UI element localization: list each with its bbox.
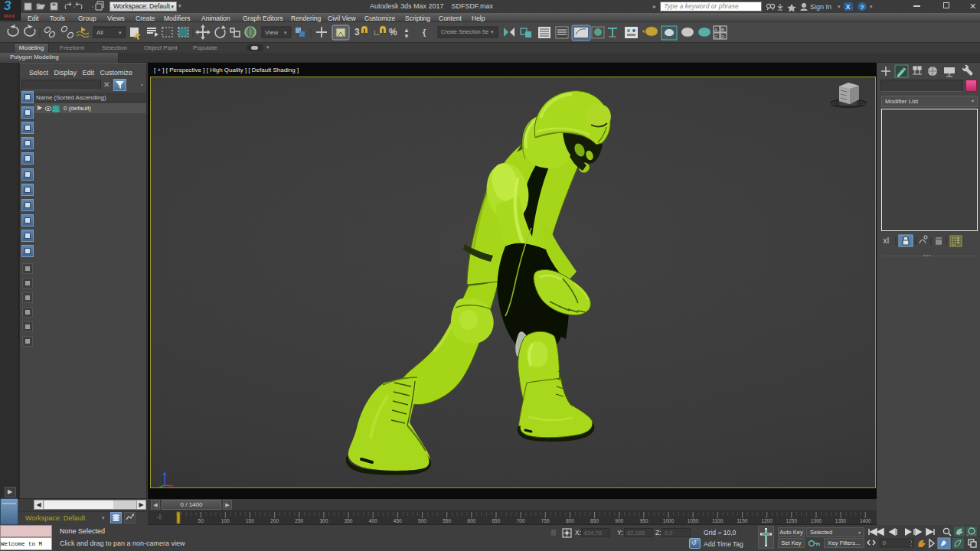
svg-text:1200: 1200 xyxy=(761,518,773,523)
svg-text:B: B xyxy=(721,28,724,32)
svg-text:1150: 1150 xyxy=(737,518,747,523)
svg-text:0: 0 xyxy=(883,540,886,546)
svg-text:650: 650 xyxy=(492,518,500,523)
svg-text:950: 950 xyxy=(639,518,648,523)
svg-text:750: 750 xyxy=(541,518,550,523)
svg-text:850: 850 xyxy=(590,518,599,523)
svg-text:A: A xyxy=(714,28,717,32)
svg-text:700: 700 xyxy=(517,518,525,523)
svg-text:3: 3 xyxy=(354,27,360,37)
svg-text:600: 600 xyxy=(467,518,475,523)
svg-text:1000: 1000 xyxy=(663,518,675,523)
svg-text:1050: 1050 xyxy=(688,518,699,523)
svg-text:▾: ▾ xyxy=(491,29,494,34)
svg-text:1250: 1250 xyxy=(786,518,798,523)
svg-text:250: 250 xyxy=(295,518,303,523)
svg-text:400: 400 xyxy=(369,518,377,523)
svg-text:▾: ▾ xyxy=(838,4,841,9)
svg-text:550: 550 xyxy=(443,518,451,523)
svg-text:▾: ▾ xyxy=(870,4,873,9)
svg-text:D: D xyxy=(721,34,725,39)
svg-text:450: 450 xyxy=(394,518,402,523)
svg-text:C: C xyxy=(714,34,718,39)
svg-text:150: 150 xyxy=(246,518,254,523)
svg-text:▾: ▾ xyxy=(284,30,287,35)
svg-text:350: 350 xyxy=(345,518,353,523)
svg-text:200: 200 xyxy=(270,518,279,523)
svg-text:50: 50 xyxy=(198,518,204,523)
svg-text:?: ? xyxy=(861,4,864,11)
svg-text:▾: ▾ xyxy=(119,30,122,35)
svg-text:500: 500 xyxy=(418,518,426,523)
svg-text:All: All xyxy=(96,29,103,36)
svg-text:100: 100 xyxy=(221,518,230,523)
svg-text:800: 800 xyxy=(566,518,574,523)
svg-text:%: % xyxy=(389,27,397,37)
svg-text:300: 300 xyxy=(319,518,328,523)
svg-text:1350: 1350 xyxy=(835,518,847,523)
svg-text:900: 900 xyxy=(615,518,623,523)
svg-text:Create Selection Se: Create Selection Se xyxy=(441,29,488,34)
svg-text:Sign In: Sign In xyxy=(810,3,831,11)
svg-text:{: { xyxy=(423,28,426,37)
svg-text:1100: 1100 xyxy=(712,518,723,523)
svg-text:X: X xyxy=(846,3,851,11)
svg-text:1300: 1300 xyxy=(811,518,822,523)
svg-text:1400: 1400 xyxy=(860,518,871,523)
svg-text:▼: ▼ xyxy=(403,33,410,40)
svg-text:View: View xyxy=(265,29,278,36)
